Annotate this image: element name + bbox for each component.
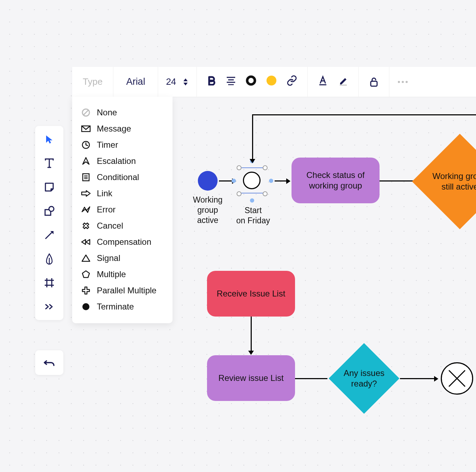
- svg-point-12: [402, 81, 404, 83]
- connection-port[interactable]: [232, 179, 236, 183]
- svg-rect-10: [371, 81, 377, 86]
- terminate-icon: [81, 301, 91, 312]
- svg-point-11: [398, 81, 400, 83]
- select-tool[interactable]: [42, 132, 56, 146]
- resize-handle[interactable]: [263, 165, 268, 170]
- highlight-button[interactable]: [338, 75, 349, 88]
- text-color-button[interactable]: [318, 75, 328, 88]
- font-size-value: 24: [166, 76, 176, 87]
- lock-button[interactable]: [359, 67, 389, 97]
- more-tools[interactable]: [42, 300, 56, 314]
- tools-toolbar: [35, 126, 63, 320]
- font-family-dropdown[interactable]: Arial: [113, 67, 158, 97]
- resize-handle[interactable]: [263, 191, 268, 196]
- menu-item-link[interactable]: Link: [72, 185, 173, 202]
- note-tool[interactable]: [42, 180, 56, 194]
- task-label: Receive Issue List: [217, 288, 286, 299]
- menu-item-none[interactable]: None: [72, 104, 173, 121]
- menu-item-terminate[interactable]: Terminate: [72, 299, 173, 315]
- stepper-arrows-icon[interactable]: [182, 78, 189, 86]
- border-color-button[interactable]: [245, 75, 257, 89]
- signal-icon: [81, 253, 91, 263]
- error-icon: [81, 204, 91, 215]
- format-toolbar: Type Arial 24: [72, 67, 476, 97]
- menu-item-signal[interactable]: Signal: [72, 250, 173, 266]
- gateway-any-issues[interactable]: Any issues ready?: [329, 343, 400, 414]
- type-label: Type: [83, 76, 102, 87]
- menu-item-label: Parallel Multiple: [97, 286, 156, 295]
- text-tool[interactable]: [42, 156, 56, 170]
- none-icon: [81, 107, 91, 118]
- start-event[interactable]: [198, 171, 218, 191]
- more-button[interactable]: [389, 67, 416, 97]
- multiple-icon: [81, 269, 91, 280]
- gateway-working-group-active[interactable]: Working group still active: [412, 134, 476, 229]
- bold-button[interactable]: [207, 76, 217, 88]
- menu-item-label: Multiple: [97, 269, 126, 279]
- menu-item-label: Escalation: [97, 156, 136, 166]
- svg-point-15: [49, 206, 54, 211]
- menu-item-label: Signal: [97, 253, 120, 263]
- timer-event-label: Start on Friday: [230, 205, 276, 226]
- font-name: Arial: [126, 76, 145, 87]
- start-event-label: Working group active: [187, 195, 229, 225]
- menu-item-label: Terminate: [97, 302, 134, 312]
- menu-item-parallel-multiple[interactable]: Parallel Multiple: [72, 282, 173, 299]
- connector: [252, 114, 253, 160]
- connection-port[interactable]: [269, 179, 273, 183]
- menu-item-label: Compensation: [97, 237, 151, 247]
- menu-item-label: Conditional: [97, 172, 139, 182]
- menu-item-label: Timer: [97, 140, 118, 150]
- timer-icon: [81, 140, 91, 150]
- menu-item-multiple[interactable]: Multiple: [72, 266, 173, 282]
- line-tool[interactable]: [42, 228, 56, 242]
- menu-item-conditional[interactable]: Conditional: [72, 169, 173, 185]
- type-dropdown[interactable]: Type: [72, 67, 113, 97]
- font-size-stepper[interactable]: 24: [158, 67, 197, 97]
- gateway-label: Working group still active: [426, 171, 476, 192]
- menu-item-label: None: [97, 108, 117, 117]
- task-review-issue[interactable]: Review issue List: [207, 355, 295, 401]
- menu-item-message[interactable]: Message: [72, 121, 173, 137]
- undo-button[interactable]: [35, 350, 63, 375]
- connector: [275, 180, 287, 181]
- menu-item-compensation[interactable]: Compensation: [72, 234, 173, 250]
- svg-line-16: [45, 232, 52, 239]
- menu-item-escalation[interactable]: Escalation: [72, 153, 173, 169]
- task-check-status[interactable]: Check status of working group: [292, 158, 380, 203]
- menu-item-timer[interactable]: Timer: [72, 137, 173, 153]
- menu-item-label: Cancel: [97, 221, 123, 231]
- menu-item-error[interactable]: Error: [72, 202, 173, 218]
- arrow-head-icon: [434, 376, 440, 383]
- svg-point-7: [267, 76, 276, 85]
- message-icon: [81, 123, 91, 134]
- connector: [251, 317, 252, 352]
- connector: [219, 180, 233, 181]
- connector: [252, 114, 476, 115]
- fill-color-button[interactable]: [266, 75, 277, 89]
- pen-tool[interactable]: [42, 252, 56, 266]
- shape-tool[interactable]: [42, 204, 56, 218]
- menu-item-label: Error: [97, 205, 115, 215]
- menu-item-label: Message: [97, 124, 131, 134]
- cancel-icon: [81, 221, 91, 231]
- arrow-head-icon: [286, 178, 292, 185]
- format-group: [197, 67, 308, 97]
- align-button[interactable]: [226, 76, 236, 88]
- link-button[interactable]: [286, 75, 298, 89]
- connector: [295, 378, 327, 379]
- connection-port[interactable]: [250, 198, 254, 203]
- exclusive-gateway[interactable]: [441, 362, 473, 395]
- frame-tool[interactable]: [42, 276, 56, 290]
- svg-point-29: [82, 303, 89, 310]
- resize-handle[interactable]: [237, 165, 242, 170]
- task-receive-issue[interactable]: Receive Issue List: [207, 271, 295, 317]
- svg-point-6: [247, 77, 255, 84]
- text-style-group: [308, 67, 359, 97]
- resize-handle[interactable]: [237, 191, 242, 196]
- menu-item-cancel[interactable]: Cancel: [72, 218, 173, 234]
- gateway-label: Any issues ready?: [339, 368, 389, 389]
- task-label: Review issue List: [218, 373, 283, 383]
- arrow-head-icon: [250, 159, 255, 166]
- svg-line-22: [83, 110, 88, 115]
